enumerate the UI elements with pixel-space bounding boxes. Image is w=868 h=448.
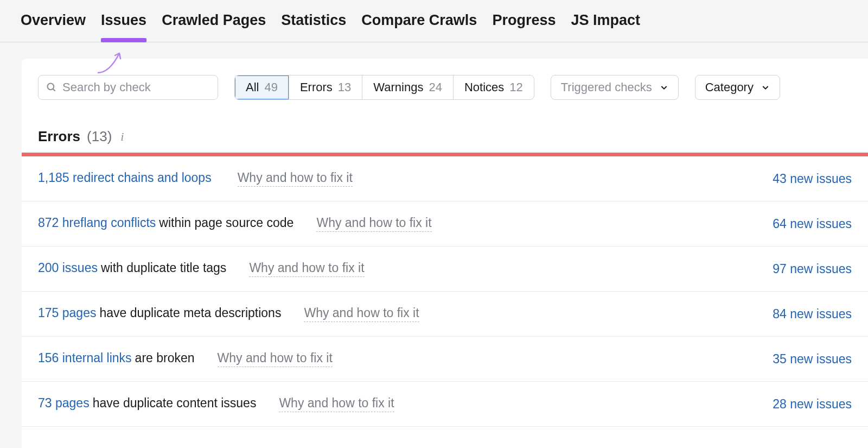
new-issues-link[interactable]: 43 new issues <box>773 172 852 186</box>
filter-all-label: All <box>246 80 259 94</box>
filter-warnings-label: Warnings <box>373 80 423 94</box>
issue-text: with duplicate title tags <box>101 261 226 275</box>
errors-section-header: Errors (13) i <box>22 112 868 153</box>
errors-count: (13) <box>87 128 112 145</box>
tab-js-impact[interactable]: JS Impact <box>571 12 640 42</box>
search-input[interactable] <box>62 80 212 94</box>
svg-line-1 <box>53 89 55 91</box>
issue-text: have duplicate meta descriptions <box>99 306 281 320</box>
fix-link[interactable]: Why and how to fix it <box>249 261 364 277</box>
tab-bar: Overview Issues Crawled Pages Statistics… <box>0 0 868 42</box>
new-issues-link[interactable]: 35 new issues <box>773 352 852 367</box>
tab-statistics[interactable]: Statistics <box>281 12 346 42</box>
fix-link[interactable]: Why and how to fix it <box>316 216 431 232</box>
filter-notices-count: 12 <box>509 80 522 94</box>
issue-row: 156 internal links are broken Why and ho… <box>22 337 868 382</box>
issue-link[interactable]: 1,185 redirect chains and loops <box>38 171 212 185</box>
errors-title: Errors <box>38 128 80 145</box>
fix-link[interactable]: Why and how to fix it <box>218 351 333 367</box>
filter-errors-count: 13 <box>338 80 351 94</box>
filter-notices[interactable]: Notices 12 <box>454 75 534 99</box>
category-label: Category <box>705 80 754 94</box>
issue-link[interactable]: 200 issues <box>38 261 98 275</box>
new-issues-link[interactable]: 84 new issues <box>773 307 852 321</box>
issue-row: 73 pages have duplicate content issues W… <box>22 382 868 427</box>
new-issues-link[interactable]: 97 new issues <box>773 262 852 276</box>
issue-link[interactable]: 175 pages <box>38 306 96 320</box>
issue-text: within page source code <box>159 216 293 230</box>
issue-row: 872 hreflang conflicts within page sourc… <box>22 201 868 247</box>
chevron-down-icon <box>660 83 668 92</box>
fix-link[interactable]: Why and how to fix it <box>304 306 419 322</box>
info-icon[interactable]: i <box>118 130 124 144</box>
filter-all[interactable]: All 49 <box>235 75 289 99</box>
filter-errors[interactable]: Errors 13 <box>289 75 362 99</box>
issue-text: are broken <box>135 351 195 365</box>
triggered-checks-label: Triggered checks <box>561 80 652 94</box>
issue-text: have duplicate content issues <box>93 396 257 411</box>
issue-row: 1,185 redirect chains and loops Why and … <box>22 156 868 201</box>
tab-compare-crawls[interactable]: Compare Crawls <box>361 12 477 42</box>
new-issues-link[interactable]: 64 new issues <box>773 217 852 231</box>
category-dropdown[interactable]: Category <box>695 75 780 100</box>
issue-link[interactable]: 872 hreflang conflicts <box>38 216 156 230</box>
issues-toolbar: All 49 Errors 13 Warnings 24 Notices 12 … <box>22 59 868 112</box>
tab-issues[interactable]: Issues <box>101 12 146 42</box>
fix-link[interactable]: Why and how to fix it <box>238 171 353 187</box>
issue-row: 175 pages have duplicate meta descriptio… <box>22 292 868 337</box>
svg-point-0 <box>48 84 54 90</box>
tab-crawled-pages[interactable]: Crawled Pages <box>162 12 266 42</box>
filter-warnings-count: 24 <box>429 80 442 94</box>
fix-link[interactable]: Why and how to fix it <box>279 396 394 412</box>
filter-errors-label: Errors <box>300 80 333 94</box>
issue-link[interactable]: 156 internal links <box>38 351 132 365</box>
tab-overview[interactable]: Overview <box>21 12 86 42</box>
filter-segments: All 49 Errors 13 Warnings 24 Notices 12 <box>234 75 534 100</box>
triggered-checks-dropdown[interactable]: Triggered checks <box>551 75 679 100</box>
issue-row: 200 issues with duplicate title tags Why… <box>22 247 868 292</box>
new-issues-link[interactable]: 28 new issues <box>773 397 852 412</box>
filter-notices-label: Notices <box>464 80 504 94</box>
search-icon <box>46 82 57 93</box>
issue-link[interactable]: 73 pages <box>38 396 90 411</box>
tab-progress[interactable]: Progress <box>492 12 556 42</box>
chevron-down-icon <box>761 83 770 92</box>
filter-warnings[interactable]: Warnings 24 <box>362 75 454 99</box>
errors-divider <box>22 153 868 156</box>
issues-panel: All 49 Errors 13 Warnings 24 Notices 12 … <box>22 59 868 448</box>
filter-all-count: 49 <box>264 80 277 94</box>
search-box[interactable] <box>38 75 218 100</box>
